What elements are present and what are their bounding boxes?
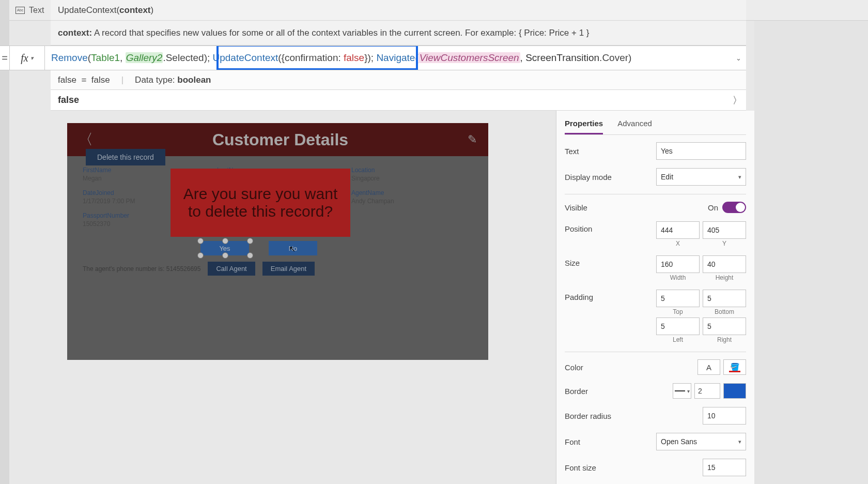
app-canvas[interactable]: 〈 Customer Details ✎ FirstNameMegan Date…	[67, 123, 488, 360]
prop-radius-label: Border radius	[565, 412, 703, 420]
tab-advanced[interactable]: Advanced	[617, 116, 652, 134]
padding-top-input[interactable]	[656, 290, 700, 307]
prop-size-label: Size	[565, 255, 656, 267]
selection-handle[interactable]	[247, 238, 253, 244]
formula-help-bar: context: A record that specifies new val…	[51, 21, 746, 46]
prop-displaymode-select[interactable]: Edit▾	[656, 168, 746, 186]
position-y-input[interactable]	[703, 221, 746, 239]
selection-handle[interactable]	[222, 238, 228, 244]
formula-signature-bar: UpdateContext(context)	[51, 0, 746, 21]
field-label: AgentName	[351, 189, 475, 196]
properties-panel: Properties Advanced Text Yes Display mod…	[556, 111, 754, 484]
selection-handle[interactable]	[197, 238, 204, 244]
visible-toggle[interactable]	[722, 202, 746, 213]
prop-displaymode-label: Display mode	[565, 173, 656, 182]
padding-right-input[interactable]	[703, 317, 746, 335]
prop-border-label: Border	[565, 387, 673, 396]
prop-text-input[interactable]: Yes	[656, 142, 746, 160]
fx-icon[interactable]: fx▾	[9, 46, 44, 70]
formula-result-bar: false = false | Data type: boolean	[51, 70, 746, 90]
selection-handle[interactable]	[247, 252, 253, 259]
padding-bottom-input[interactable]	[703, 290, 746, 307]
font-color-button[interactable]: A	[698, 359, 720, 375]
prop-color-label: Color	[565, 363, 698, 372]
edit-icon[interactable]: ✎	[468, 133, 477, 146]
tab-properties[interactable]: Properties	[565, 116, 603, 134]
border-width-input[interactable]: 2	[694, 383, 720, 399]
agent-phone-text: The agent's phone number is: 5145526695	[83, 265, 200, 273]
field-label: Location	[351, 167, 475, 174]
font-select[interactable]: Open Sans▾	[656, 433, 746, 450]
font-size-input[interactable]	[703, 459, 746, 476]
prop-font-label: Font	[565, 437, 656, 446]
formula-bar[interactable]: Remove(Table1, Gallery2.Selected); Updat…	[44, 46, 731, 70]
delete-record-button[interactable]: Delete this record	[86, 149, 165, 165]
chevron-down-icon: ▾	[738, 174, 741, 180]
far-right-gutter	[754, 0, 868, 484]
chevron-down-icon: ▾	[738, 438, 741, 445]
prop-position-label: Position	[565, 221, 656, 233]
position-x-input[interactable]	[656, 221, 700, 239]
prop-visible-label: Visible	[565, 203, 708, 212]
confirmation-dialog: Are you sure you want to delete this rec…	[171, 169, 350, 237]
screen-title: Customer Details	[212, 130, 348, 149]
selection-handle[interactable]	[197, 252, 204, 259]
prop-padding-label: Padding	[565, 290, 656, 301]
equals-icon: =	[0, 52, 9, 64]
selection-handle[interactable]	[222, 252, 228, 259]
border-radius-input[interactable]	[703, 407, 746, 425]
field-value: Andy Champan	[351, 198, 475, 205]
no-button[interactable]: No	[269, 241, 317, 255]
padding-left-input[interactable]	[656, 317, 700, 335]
formula-expand-icon[interactable]: ⌄	[731, 54, 746, 62]
border-color-button[interactable]	[723, 383, 746, 399]
text-mode-icon: Abc	[16, 7, 25, 14]
left-rail	[0, 0, 9, 484]
size-width-input[interactable]	[656, 255, 700, 273]
fill-color-button[interactable]: 🪣	[723, 359, 746, 375]
call-agent-button[interactable]: Call Agent	[208, 262, 255, 276]
property-selector-label: Text	[29, 6, 44, 15]
formula-value-preview: false 〉	[51, 90, 746, 111]
size-height-input[interactable]	[703, 255, 746, 273]
back-icon[interactable]: 〈	[79, 130, 93, 149]
field-value: Singapore	[351, 175, 475, 182]
chevron-right-icon[interactable]: 〉	[733, 94, 742, 107]
prop-text-label: Text	[565, 147, 656, 156]
prop-fontsize-label: Font size	[565, 463, 703, 472]
border-style-select[interactable]: ▾	[673, 383, 691, 399]
prop-visible-value: On	[708, 203, 718, 212]
email-agent-button[interactable]: Email Agent	[262, 262, 315, 276]
